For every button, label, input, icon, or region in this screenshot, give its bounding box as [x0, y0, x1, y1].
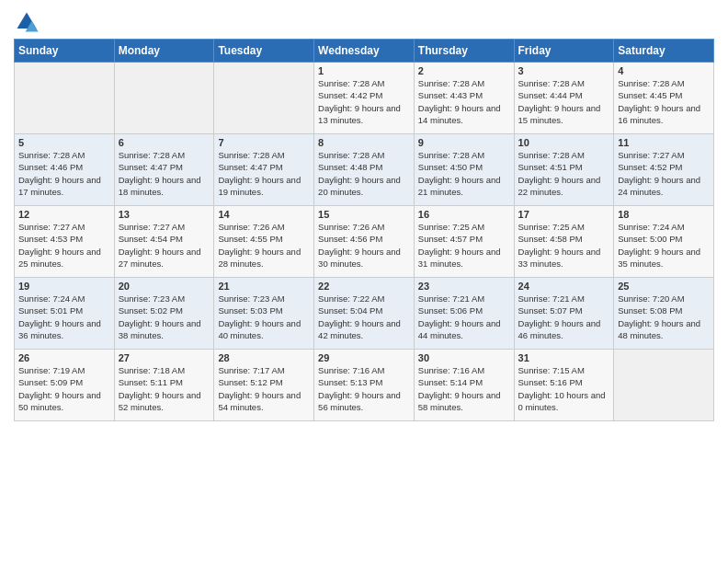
header-row: SundayMondayTuesdayWednesdayThursdayFrid… [15, 40, 714, 63]
week-row-2: 5Sunrise: 7:28 AM Sunset: 4:46 PM Daylig… [15, 134, 714, 206]
calendar-cell: 20Sunrise: 7:23 AM Sunset: 5:02 PM Dayli… [114, 278, 214, 350]
calendar-cell: 3Sunrise: 7:28 AM Sunset: 4:44 PM Daylig… [514, 63, 614, 134]
day-number: 14 [218, 209, 310, 220]
day-info: Sunrise: 7:26 AM Sunset: 4:56 PM Dayligh… [318, 221, 410, 270]
day-number: 13 [119, 209, 210, 220]
column-header-saturday: Saturday [614, 40, 714, 63]
day-number: 18 [618, 209, 710, 220]
day-info: Sunrise: 7:19 AM Sunset: 5:09 PM Dayligh… [18, 364, 110, 413]
day-info: Sunrise: 7:25 AM Sunset: 4:58 PM Dayligh… [518, 221, 610, 270]
day-info: Sunrise: 7:28 AM Sunset: 4:47 PM Dayligh… [119, 149, 210, 198]
day-number: 7 [218, 137, 310, 148]
day-number: 4 [618, 65, 710, 76]
day-number: 5 [18, 137, 110, 148]
day-number: 17 [518, 209, 610, 220]
day-number: 3 [518, 65, 610, 76]
calendar-cell: 24Sunrise: 7:21 AM Sunset: 5:07 PM Dayli… [514, 278, 614, 350]
calendar-cell: 25Sunrise: 7:20 AM Sunset: 5:08 PM Dayli… [614, 278, 714, 350]
week-row-3: 12Sunrise: 7:27 AM Sunset: 4:53 PM Dayli… [15, 206, 714, 278]
calendar-cell: 5Sunrise: 7:28 AM Sunset: 4:46 PM Daylig… [15, 134, 115, 206]
header [14, 9, 714, 35]
calendar-cell: 12Sunrise: 7:27 AM Sunset: 4:53 PM Dayli… [15, 206, 115, 278]
day-info: Sunrise: 7:23 AM Sunset: 5:02 PM Dayligh… [119, 293, 210, 341]
logo [14, 9, 43, 35]
day-info: Sunrise: 7:28 AM Sunset: 4:44 PM Dayligh… [518, 77, 610, 126]
day-number: 8 [318, 137, 410, 148]
day-info: Sunrise: 7:26 AM Sunset: 4:55 PM Dayligh… [218, 221, 310, 270]
day-number: 16 [418, 209, 510, 220]
day-number: 22 [318, 281, 410, 292]
column-header-monday: Monday [114, 40, 214, 63]
calendar-cell: 13Sunrise: 7:27 AM Sunset: 4:54 PM Dayli… [114, 206, 214, 278]
calendar-table: SundayMondayTuesdayWednesdayThursdayFrid… [14, 39, 714, 421]
calendar-cell [114, 63, 214, 134]
day-number: 30 [418, 352, 510, 363]
day-number: 10 [518, 137, 610, 148]
calendar-cell: 22Sunrise: 7:22 AM Sunset: 5:04 PM Dayli… [314, 278, 415, 350]
week-row-5: 26Sunrise: 7:19 AM Sunset: 5:09 PM Dayli… [15, 350, 714, 421]
calendar-cell: 7Sunrise: 7:28 AM Sunset: 4:47 PM Daylig… [214, 134, 314, 206]
day-info: Sunrise: 7:27 AM Sunset: 4:54 PM Dayligh… [119, 221, 210, 270]
day-number: 19 [18, 281, 110, 292]
day-info: Sunrise: 7:23 AM Sunset: 5:03 PM Dayligh… [218, 293, 310, 341]
calendar-cell [614, 350, 714, 421]
column-header-sunday: Sunday [15, 40, 115, 63]
day-info: Sunrise: 7:28 AM Sunset: 4:47 PM Dayligh… [218, 149, 310, 198]
calendar-cell [214, 63, 314, 134]
calendar-cell: 18Sunrise: 7:24 AM Sunset: 5:00 PM Dayli… [614, 206, 714, 278]
main-container: SundayMondayTuesdayWednesdayThursdayFrid… [0, 0, 728, 431]
calendar-cell: 2Sunrise: 7:28 AM Sunset: 4:43 PM Daylig… [414, 63, 514, 134]
column-header-thursday: Thursday [414, 40, 514, 63]
day-info: Sunrise: 7:22 AM Sunset: 5:04 PM Dayligh… [318, 293, 410, 341]
day-info: Sunrise: 7:24 AM Sunset: 5:01 PM Dayligh… [18, 293, 110, 341]
day-info: Sunrise: 7:27 AM Sunset: 4:53 PM Dayligh… [18, 221, 110, 270]
day-number: 2 [418, 65, 510, 76]
day-number: 24 [518, 281, 610, 292]
calendar-cell: 29Sunrise: 7:16 AM Sunset: 5:13 PM Dayli… [314, 350, 415, 421]
column-header-tuesday: Tuesday [214, 40, 314, 63]
day-number: 6 [119, 137, 210, 148]
day-number: 27 [119, 352, 210, 363]
day-number: 1 [318, 65, 410, 76]
calendar-cell: 26Sunrise: 7:19 AM Sunset: 5:09 PM Dayli… [15, 350, 115, 421]
day-number: 23 [418, 281, 510, 292]
calendar-cell: 1Sunrise: 7:28 AM Sunset: 4:42 PM Daylig… [314, 63, 415, 134]
day-number: 21 [218, 281, 310, 292]
column-header-wednesday: Wednesday [314, 40, 415, 63]
day-number: 25 [618, 281, 710, 292]
calendar-cell: 27Sunrise: 7:18 AM Sunset: 5:11 PM Dayli… [114, 350, 214, 421]
day-number: 31 [518, 352, 610, 363]
day-info: Sunrise: 7:16 AM Sunset: 5:13 PM Dayligh… [318, 364, 410, 413]
day-info: Sunrise: 7:28 AM Sunset: 4:43 PM Dayligh… [418, 77, 510, 126]
week-row-1: 1Sunrise: 7:28 AM Sunset: 4:42 PM Daylig… [15, 63, 714, 134]
day-number: 12 [18, 209, 110, 220]
day-number: 28 [218, 352, 310, 363]
calendar-cell: 14Sunrise: 7:26 AM Sunset: 4:55 PM Dayli… [214, 206, 314, 278]
calendar-cell: 6Sunrise: 7:28 AM Sunset: 4:47 PM Daylig… [114, 134, 214, 206]
day-info: Sunrise: 7:28 AM Sunset: 4:46 PM Dayligh… [18, 149, 110, 198]
day-number: 20 [119, 281, 210, 292]
calendar-cell: 11Sunrise: 7:27 AM Sunset: 4:52 PM Dayli… [614, 134, 714, 206]
calendar-cell: 21Sunrise: 7:23 AM Sunset: 5:03 PM Dayli… [214, 278, 314, 350]
calendar-cell: 31Sunrise: 7:15 AM Sunset: 5:16 PM Dayli… [514, 350, 614, 421]
day-info: Sunrise: 7:21 AM Sunset: 5:07 PM Dayligh… [518, 293, 610, 341]
day-info: Sunrise: 7:28 AM Sunset: 4:51 PM Dayligh… [518, 149, 610, 198]
day-info: Sunrise: 7:28 AM Sunset: 4:45 PM Dayligh… [618, 77, 710, 126]
calendar-cell: 17Sunrise: 7:25 AM Sunset: 4:58 PM Dayli… [514, 206, 614, 278]
calendar-cell: 28Sunrise: 7:17 AM Sunset: 5:12 PM Dayli… [214, 350, 314, 421]
logo-icon [14, 9, 40, 35]
day-number: 11 [618, 137, 710, 148]
day-info: Sunrise: 7:28 AM Sunset: 4:50 PM Dayligh… [418, 149, 510, 198]
day-info: Sunrise: 7:27 AM Sunset: 4:52 PM Dayligh… [618, 149, 710, 198]
day-number: 9 [418, 137, 510, 148]
calendar-cell: 9Sunrise: 7:28 AM Sunset: 4:50 PM Daylig… [414, 134, 514, 206]
day-info: Sunrise: 7:25 AM Sunset: 4:57 PM Dayligh… [418, 221, 510, 270]
calendar-cell: 4Sunrise: 7:28 AM Sunset: 4:45 PM Daylig… [614, 63, 714, 134]
day-number: 26 [18, 352, 110, 363]
day-info: Sunrise: 7:15 AM Sunset: 5:16 PM Dayligh… [518, 364, 610, 413]
calendar-cell: 23Sunrise: 7:21 AM Sunset: 5:06 PM Dayli… [414, 278, 514, 350]
calendar-cell: 8Sunrise: 7:28 AM Sunset: 4:48 PM Daylig… [314, 134, 415, 206]
day-info: Sunrise: 7:28 AM Sunset: 4:42 PM Dayligh… [318, 77, 410, 126]
calendar-cell [15, 63, 115, 134]
calendar-cell: 15Sunrise: 7:26 AM Sunset: 4:56 PM Dayli… [314, 206, 415, 278]
